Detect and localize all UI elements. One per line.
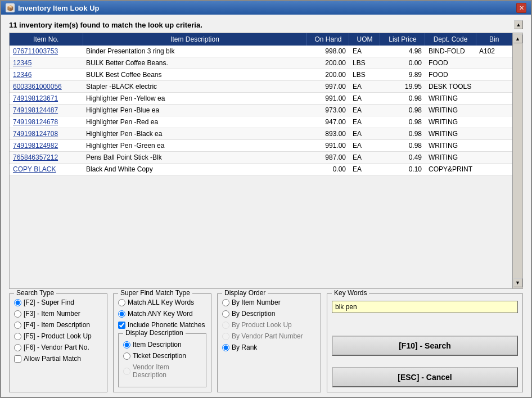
item-link[interactable]: 749198124982 bbox=[13, 142, 58, 150]
allow-partial-label[interactable]: Allow Partial Match bbox=[24, 355, 81, 363]
display-order-label-byrank[interactable]: By Rank bbox=[232, 343, 257, 351]
item-deptcode: FOOD bbox=[425, 69, 476, 81]
item-onhand: 997.00 bbox=[307, 81, 349, 93]
table-row[interactable]: 749198124708 Highlighter Pen -Black ea 8… bbox=[10, 128, 512, 140]
display-order-radio-bynum[interactable] bbox=[222, 299, 229, 306]
display-desc-label-item[interactable]: Item Description bbox=[133, 341, 182, 349]
item-bin bbox=[476, 116, 512, 128]
inventory-table: Item No. Item Description On Hand UOM Li… bbox=[10, 33, 512, 175]
display-desc-radio-item[interactable] bbox=[123, 341, 130, 349]
table-row[interactable]: 765846357212 Pens Ball Point Stick -Blk … bbox=[10, 152, 512, 164]
table-row[interactable]: 12345 BULK Better Coffee Beans. 200.00 L… bbox=[10, 57, 512, 69]
search-type-label-f3[interactable]: [F3] - Item Number bbox=[24, 310, 80, 318]
phonetic-checkbox[interactable] bbox=[118, 322, 125, 329]
item-uom: EA bbox=[349, 116, 380, 128]
search-type-label-f6[interactable]: [F6] - Vendor Part No. bbox=[24, 343, 89, 351]
display-desc-radio-ticket[interactable] bbox=[123, 352, 130, 360]
display-order-label-bydesc[interactable]: By Description bbox=[232, 310, 275, 318]
item-bin bbox=[476, 164, 512, 175]
display-order-label-bynum[interactable]: By Item Number bbox=[232, 298, 281, 306]
scroll-up-button[interactable]: ▲ bbox=[514, 20, 523, 29]
display-desc-panel: Display Description Item DescriptionTick… bbox=[118, 333, 206, 387]
display-order-label-byvendor: By Vendor Part Number bbox=[232, 332, 303, 340]
item-onhand: 200.00 bbox=[307, 69, 349, 81]
table-scroll-area[interactable]: Item No. Item Description On Hand UOM Li… bbox=[10, 33, 512, 288]
super-find-options: Match ALL Key WordsMatch ANY Key Word bbox=[118, 298, 206, 318]
item-listprice: 0.00 bbox=[380, 57, 425, 69]
search-type-row: [F5] - Product Look Up bbox=[14, 332, 102, 340]
search-type-row: [F3] - Item Number bbox=[14, 310, 102, 318]
item-link[interactable]: 749198124487 bbox=[13, 106, 58, 114]
item-desc: Black And White Copy bbox=[83, 164, 307, 175]
table-row[interactable]: 6003361000056 Stapler -BLACK electric 99… bbox=[10, 81, 512, 93]
table-row[interactable]: COPY BLACK Black And White Copy 0.00 EA … bbox=[10, 164, 512, 175]
display-order-radio-bylookup bbox=[222, 322, 229, 329]
item-link[interactable]: 076711003753 bbox=[13, 47, 58, 55]
item-desc: Pens Ball Point Stick -Blk bbox=[83, 152, 307, 164]
main-window: 📦 Inventory Item Look Up ✕ 11 inventory … bbox=[0, 0, 532, 398]
super-find-label-any[interactable]: Match ANY Key Word bbox=[128, 310, 193, 318]
table-row[interactable]: 749198124487 Highlighter Pen -Blue ea 97… bbox=[10, 105, 512, 116]
scroll-table-down[interactable]: ▼ bbox=[513, 278, 522, 287]
allow-partial-checkbox[interactable] bbox=[14, 355, 21, 363]
super-find-panel: Super Find Match Type Match ALL Key Word… bbox=[113, 293, 211, 392]
item-bin bbox=[476, 128, 512, 140]
item-onhand: 893.00 bbox=[307, 128, 349, 140]
item-link[interactable]: 765846357212 bbox=[13, 153, 58, 161]
keyword-input[interactable] bbox=[332, 301, 518, 313]
close-button[interactable]: ✕ bbox=[516, 3, 526, 13]
super-find-row: Match ANY Key Word bbox=[118, 310, 206, 318]
search-type-radio-f5[interactable] bbox=[14, 333, 21, 340]
item-uom: EA bbox=[349, 105, 380, 116]
item-link[interactable]: COPY BLACK bbox=[13, 165, 56, 173]
item-listprice: 0.49 bbox=[380, 152, 425, 164]
item-onhand: 991.00 bbox=[307, 93, 349, 105]
item-link[interactable]: 12345 bbox=[13, 59, 31, 67]
table-row[interactable]: 076711003753 Binder Presentation 3 ring … bbox=[10, 46, 512, 57]
search-button[interactable]: [F10] - Search bbox=[332, 336, 518, 356]
display-order-radio-bydesc[interactable] bbox=[222, 310, 229, 318]
search-type-legend: Search Type bbox=[14, 289, 56, 297]
item-onhand: 947.00 bbox=[307, 116, 349, 128]
search-type-radio-f4[interactable] bbox=[14, 322, 21, 329]
table-row[interactable]: 749198123671 Highlighter Pen -Yellow ea … bbox=[10, 93, 512, 105]
scroll-table-up[interactable]: ▲ bbox=[513, 34, 522, 43]
item-desc: Highlighter Pen -Yellow ea bbox=[83, 93, 307, 105]
item-link[interactable]: 749198124708 bbox=[13, 130, 58, 138]
item-bin bbox=[476, 93, 512, 105]
search-type-label-f5[interactable]: [F5] - Product Look Up bbox=[24, 332, 92, 340]
item-desc: Highlighter Pen -Green ea bbox=[83, 140, 307, 152]
search-type-label-f2[interactable]: [F2] - Super Find bbox=[24, 298, 74, 306]
search-type-row: [F6] - Vendor Part No. bbox=[14, 343, 102, 351]
super-find-radio-all[interactable] bbox=[118, 299, 125, 306]
item-link[interactable]: 6003361000056 bbox=[13, 83, 62, 91]
search-type-label-f4[interactable]: [F4] - Item Description bbox=[24, 321, 90, 329]
phonetic-label[interactable]: Include Phonetic Matches bbox=[128, 321, 205, 329]
search-type-radio-f3[interactable] bbox=[14, 310, 21, 318]
item-uom: EA bbox=[349, 93, 380, 105]
search-type-radio-f2[interactable] bbox=[14, 299, 21, 306]
display-order-radio-byrank[interactable] bbox=[222, 344, 229, 351]
item-listprice: 19.95 bbox=[380, 81, 425, 93]
item-uom: EA bbox=[349, 81, 380, 93]
item-link[interactable]: 749198124678 bbox=[13, 118, 58, 126]
item-deptcode: WRITING bbox=[425, 93, 476, 105]
display-desc-label-ticket[interactable]: Ticket Description bbox=[133, 352, 186, 360]
item-uom: LBS bbox=[349, 57, 380, 69]
super-find-radio-any[interactable] bbox=[118, 310, 125, 318]
item-desc: Stapler -BLACK electric bbox=[83, 81, 307, 93]
table-row[interactable]: 749198124678 Highlighter Pen -Red ea 947… bbox=[10, 116, 512, 128]
table-row[interactable]: 749198124982 Highlighter Pen -Green ea 9… bbox=[10, 140, 512, 152]
search-type-radio-f6[interactable] bbox=[14, 344, 21, 351]
cancel-button[interactable]: [ESC] - Cancel bbox=[332, 367, 518, 387]
item-listprice: 0.98 bbox=[380, 140, 425, 152]
item-link[interactable]: 749198123671 bbox=[13, 94, 58, 102]
super-find-label-all[interactable]: Match ALL Key Words bbox=[128, 298, 194, 306]
table-row[interactable]: 12346 BULK Best Coffee Beans 200.00 LBS … bbox=[10, 69, 512, 81]
item-listprice: 0.98 bbox=[380, 116, 425, 128]
item-desc: BULK Best Coffee Beans bbox=[83, 69, 307, 81]
display-desc-legend: Display Description bbox=[123, 329, 186, 337]
bottom-panels: Search Type [F2] - Super Find[F3] - Item… bbox=[1, 289, 531, 397]
item-deptcode: DESK TOOLS bbox=[425, 81, 476, 93]
item-link[interactable]: 12346 bbox=[13, 71, 31, 79]
